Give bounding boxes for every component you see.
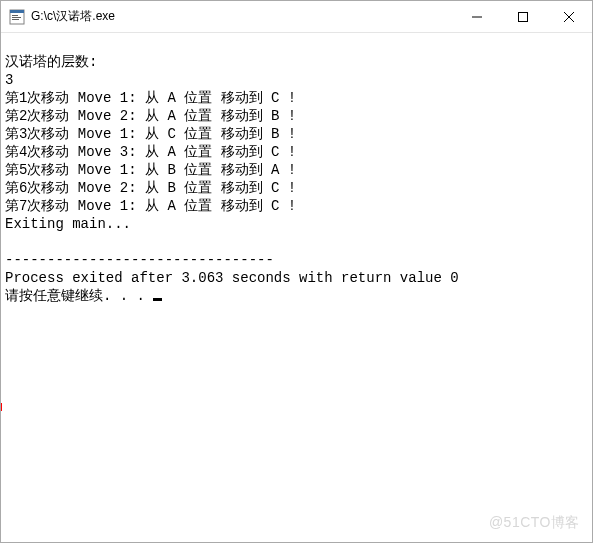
move-line: 第4次移动 Move 3: 从 A 位置 移动到 C ! <box>5 144 296 160</box>
move-line: 第3次移动 Move 1: 从 C 位置 移动到 B ! <box>5 126 296 142</box>
titlebar: G:\c\汉诺塔.exe <box>1 1 592 33</box>
window: G:\c\汉诺塔.exe 汉诺塔的层数: 3 第1次移动 Move 1: 从 A… <box>0 0 593 543</box>
svg-rect-4 <box>12 19 19 20</box>
svg-line-8 <box>564 12 574 22</box>
svg-rect-1 <box>10 10 24 13</box>
prompt-line: 汉诺塔的层数: <box>5 54 97 70</box>
left-marker <box>1 403 2 411</box>
input-line: 3 <box>5 72 13 88</box>
window-controls <box>454 1 592 32</box>
app-icon <box>9 9 25 25</box>
console-output: 汉诺塔的层数: 3 第1次移动 Move 1: 从 A 位置 移动到 C ! 第… <box>1 33 592 309</box>
window-title: G:\c\汉诺塔.exe <box>31 8 454 25</box>
svg-line-7 <box>564 12 574 22</box>
minimize-button[interactable] <box>454 1 500 32</box>
svg-rect-6 <box>519 12 528 21</box>
process-line: Process exited after 3.063 seconds with … <box>5 270 459 286</box>
exit-line: Exiting main... <box>5 216 131 232</box>
separator-line: -------------------------------- <box>5 252 274 268</box>
continue-line: 请按任意键继续. . . <box>5 288 153 304</box>
watermark: @51CTO博客 <box>489 514 580 532</box>
move-line: 第5次移动 Move 1: 从 B 位置 移动到 A ! <box>5 162 296 178</box>
move-line: 第6次移动 Move 2: 从 B 位置 移动到 C ! <box>5 180 296 196</box>
close-button[interactable] <box>546 1 592 32</box>
cursor-icon <box>153 298 162 301</box>
maximize-button[interactable] <box>500 1 546 32</box>
move-line: 第7次移动 Move 1: 从 A 位置 移动到 C ! <box>5 198 296 214</box>
client-area[interactable]: 汉诺塔的层数: 3 第1次移动 Move 1: 从 A 位置 移动到 C ! 第… <box>1 33 592 542</box>
move-line: 第2次移动 Move 2: 从 A 位置 移动到 B ! <box>5 108 296 124</box>
svg-rect-2 <box>12 15 18 16</box>
move-line: 第1次移动 Move 1: 从 A 位置 移动到 C ! <box>5 90 296 106</box>
svg-rect-3 <box>12 17 21 18</box>
